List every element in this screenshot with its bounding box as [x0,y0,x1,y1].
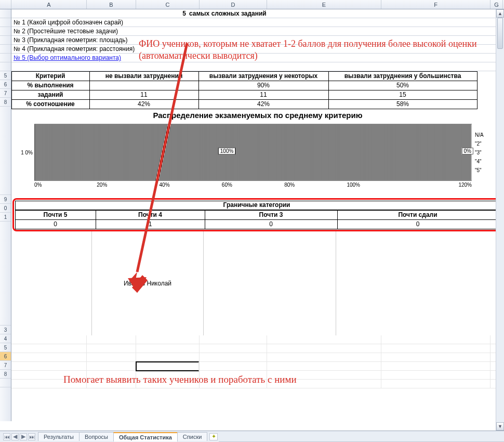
x-tick: 60% [222,182,284,188]
x-tick: 120% [409,182,472,188]
section-title-text: самых сложных заданий [189,10,267,17]
sheet-tab-results[interactable]: Результаты [38,432,79,441]
row-header[interactable]: 3 [0,326,11,334]
crit-cell: 42% [89,99,199,109]
row-header[interactable] [0,27,11,36]
chart-y-label: 1 0% [17,124,34,181]
crit-hdr: вызвали затруднения у большинства [328,71,478,81]
column-headers: A B C D E F G [0,0,504,9]
x-tick: 100% [347,182,409,188]
sheet-tab-stats[interactable]: Общая Статистика [113,432,178,441]
row-header[interactable]: 7 [0,361,11,370]
col-header-G[interactable]: G [490,0,503,9]
crit-cell: 58% [328,99,478,109]
bound-col: Почти 5 [15,210,96,220]
crit-cell: 90% [198,81,329,90]
row-header[interactable]: 8 [0,370,11,379]
col-header-C[interactable]: C [136,0,200,9]
blank-row [11,353,504,362]
scroll-thumb[interactable] [497,18,503,49]
crit-cell: 50% [328,81,478,90]
col-header-A[interactable]: A [11,0,87,9]
row-header[interactable] [0,54,11,62]
chart-x-axis: 0% 20% 40% 60% 80% 100% 120% [34,181,472,188]
crit-cell: 11 [89,90,199,100]
name-cell [336,231,504,335]
crit-hdr: вызвали затруднения у некоторых [198,71,329,81]
blank-row [11,335,504,344]
row-header[interactable]: 1 [0,213,11,222]
x-tick: 40% [160,182,222,188]
chart-bar-area: 100% 0% [34,124,472,181]
selected-cell-cursor[interactable] [136,361,199,371]
row-header[interactable]: 4 [0,334,11,343]
bound-val: 0 [205,219,338,229]
row-header[interactable] [0,107,11,195]
hardest-item: № 1 (Какой цифрой обозначен сарай) [11,18,504,27]
tab-nav-last-icon[interactable]: ⏭ [28,433,35,440]
sheet-tabs-bar: ⏮ ◀ ▶ ⏭ Результаты Вопросы Общая Статист… [0,431,504,442]
tab-nav-prev-icon[interactable]: ◀ [11,433,19,440]
crit-row-label: % соотношение [11,99,90,109]
row-header[interactable]: 0 [0,204,11,213]
bound-col: Почти 4 [96,210,205,220]
criteria-table: Критерий не вызвали затруднений вызвали … [11,71,504,109]
row-header[interactable] [0,379,11,387]
sheet-tab-lists[interactable]: Списки [177,432,208,441]
section-title-num: 5 [11,10,189,17]
col-header-D[interactable]: D [200,0,267,9]
crit-cell [89,81,199,90]
name-cell: Иванов Николай [92,231,204,335]
x-tick: 80% [284,182,347,188]
select-all-corner[interactable] [0,0,11,9]
blank-row [11,362,504,371]
row-header[interactable] [0,222,11,326]
crit-cell: 15 [328,90,478,100]
row-header[interactable]: 7 [0,89,11,98]
bound-val: 0 [337,219,499,229]
row-header[interactable]: 5 [0,71,11,80]
new-sheet-icon[interactable]: ✦ [209,433,218,440]
bound-col: Почти сдали [337,210,499,220]
scroll-down-button[interactable]: ▼ [496,422,504,431]
row-header[interactable] [0,45,11,54]
col-header-E[interactable]: E [267,0,381,9]
crit-row-label: % выполнения [11,81,90,90]
name-cell [11,231,92,335]
hardest-item: № 4 (Прикладная геометрия: расстояния) [11,45,504,54]
chart-legend: N/A "2" "3" "4" "5" [472,124,499,181]
bound-col: Почти 3 [205,210,338,220]
row-header[interactable] [0,18,11,27]
col-header-B[interactable]: B [87,0,136,9]
col-header-F[interactable]: F [381,0,490,9]
tab-nav-first-icon[interactable]: ⏮ [3,433,10,440]
vertical-scrollbar[interactable]: ▲ ▼ [496,9,504,431]
crit-row-label: заданий [11,90,90,100]
boundary-names-grid: Иванов Николай [11,231,504,335]
data-label: 100% [218,148,236,154]
bound-val: 0 [15,219,96,229]
tab-nav-next-icon[interactable]: ▶ [20,433,27,440]
row-header-selected[interactable]: 6 [0,352,11,361]
sheet-tab-questions[interactable]: Вопросы [79,432,114,441]
row-header[interactable]: 5 [0,343,11,352]
crit-cell: 11 [198,90,329,100]
row-header[interactable] [0,36,11,45]
row-header[interactable]: 6 [0,80,11,89]
row-headers: 5 6 7 8 9 0 1 3 4 5 6 7 8 [0,9,11,421]
row-header[interactable]: 8 [0,98,11,107]
row-header[interactable]: 9 [0,195,11,204]
row-header[interactable] [0,9,11,18]
crit-hdr: не вызвали затруднений [89,71,199,81]
scroll-track[interactable] [496,18,504,422]
scroll-up-button[interactable]: ▲ [496,9,504,18]
distribution-chart: Распределение экзаменуемых по среднему к… [11,109,504,197]
section-title-row: 5 самых сложных заданий [11,9,504,18]
blank-row [11,371,504,380]
boundary-title: Граничные категории [15,201,498,210]
hardest-item: № 2 (Простейшие тестовые задачи) [11,27,504,36]
hardest-item: № 5 (Выбор оптимального варианта) [11,54,504,62]
crit-cell: 42% [198,99,329,109]
worksheet-grid[interactable]: 5 самых сложных заданий № 1 (Какой цифро… [11,9,504,421]
row-header[interactable] [0,62,11,71]
